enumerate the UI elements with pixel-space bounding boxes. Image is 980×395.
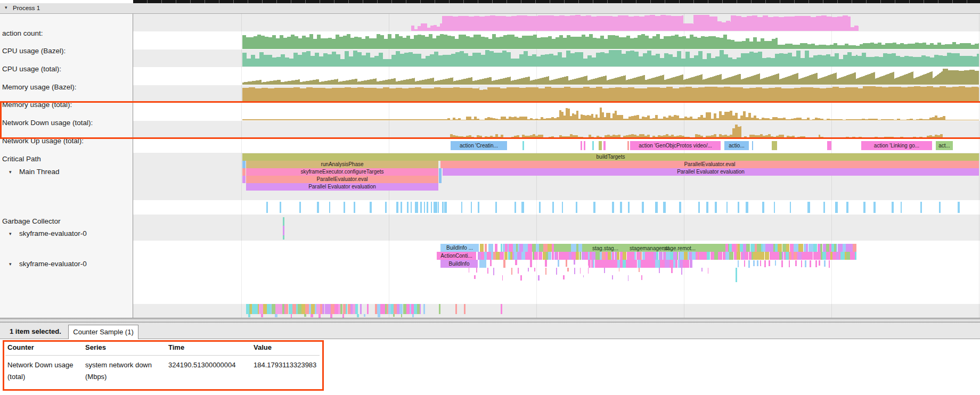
sky-hang1[interactable] (574, 268, 575, 274)
gc-tick-dense[interactable] (434, 202, 435, 213)
cpu-heavy-cluster-a[interactable] (298, 304, 302, 314)
gc-tick-dense[interactable] (420, 202, 422, 213)
gc-tick[interactable] (317, 202, 319, 213)
trace-slice[interactable] (571, 244, 576, 252)
gc-tick[interactable] (416, 202, 418, 213)
gc-tick[interactable] (807, 202, 810, 213)
sky-hang1[interactable] (708, 268, 708, 274)
sky-r2-dense[interactable] (552, 252, 554, 260)
sky-hang1[interactable] (671, 268, 673, 273)
sky-r1-dense-b[interactable] (765, 244, 770, 252)
trace-slice[interactable] (752, 141, 753, 150)
gc-tick[interactable] (901, 202, 902, 213)
counter-chart-action-count[interactable] (411, 15, 859, 31)
gc-tick[interactable] (774, 202, 775, 213)
sky-hang1[interactable] (528, 268, 529, 271)
sky-r1-dense-b[interactable] (838, 244, 843, 252)
gc-tick[interactable] (715, 202, 717, 213)
sky-r2-dense[interactable] (559, 252, 562, 260)
trace-slice[interactable]: buildTargets (242, 153, 979, 161)
sky-r1-dense-a[interactable] (523, 244, 528, 252)
trace-slice[interactable]: act... (936, 141, 953, 150)
gc-tick[interactable] (892, 202, 894, 213)
sky-r3-dense[interactable] (635, 260, 637, 268)
sky-r3-dense[interactable] (589, 260, 591, 268)
sky-r1-dense-b[interactable] (836, 244, 837, 252)
sky-hang1[interactable] (604, 268, 605, 273)
gc-tick[interactable] (576, 202, 577, 213)
cpu-heavy-cluster-a[interactable] (311, 304, 315, 314)
sky-r2-dense[interactable] (548, 252, 551, 260)
cpu-heavy-cluster-b[interactable] (399, 304, 403, 314)
cpu-heavy-subrow[interactable] (357, 314, 359, 317)
trace-slice[interactable] (736, 268, 737, 282)
sky-r1-dense-b[interactable] (790, 244, 794, 252)
gc-tick[interactable] (495, 202, 497, 213)
trace-slice[interactable] (584, 141, 585, 150)
sky-r2-dense[interactable] (710, 252, 714, 260)
cpu-heavy-cluster-a[interactable] (322, 304, 324, 314)
trace-slice[interactable]: actio... (724, 141, 749, 150)
sky-r2-dense[interactable] (623, 252, 626, 260)
cpu-heavy-cluster-a[interactable] (263, 304, 267, 314)
cpu-heavy-cluster-a[interactable] (289, 304, 292, 314)
sky-r2-dense[interactable] (673, 252, 677, 260)
sky-r3-tail[interactable] (801, 260, 802, 267)
cpu-heavy-subrow[interactable] (275, 314, 277, 317)
gc-tick-dense[interactable] (411, 202, 412, 213)
gc-tick[interactable] (435, 202, 437, 213)
sky-r2-dense[interactable] (737, 252, 741, 260)
sky-hang1[interactable] (534, 268, 535, 271)
gc-tick[interactable] (698, 202, 700, 213)
trace-slice[interactable]: runAnalysisPhase (246, 161, 438, 168)
sky-hang1[interactable] (493, 268, 494, 275)
gc-tick[interactable] (939, 202, 940, 213)
gc-tick[interactable] (552, 202, 554, 213)
sky-hang2[interactable] (563, 275, 564, 279)
sky-r2-dense[interactable] (803, 252, 806, 260)
trace-slice[interactable] (772, 141, 777, 150)
sky-r1-dense-a[interactable] (543, 244, 548, 252)
cpu-heavy-cluster-a[interactable] (334, 304, 338, 314)
sky-r2-dense[interactable] (832, 252, 836, 260)
cpu-heavy-subrow[interactable] (304, 314, 306, 317)
trace-slice[interactable] (439, 176, 442, 183)
trace-slice[interactable] (439, 168, 442, 176)
gc-tick[interactable] (562, 202, 563, 213)
sky-r1-dense-b[interactable] (757, 244, 762, 252)
trace-slice[interactable] (592, 141, 594, 150)
trace-slice[interactable] (380, 304, 382, 314)
trace-slice[interactable] (439, 304, 440, 314)
gc-tick[interactable] (863, 202, 865, 213)
tab-counter-sample[interactable]: Counter Sample (1) (68, 325, 138, 339)
gc-tick[interactable] (471, 202, 472, 213)
sky-r2-dense[interactable] (645, 252, 649, 260)
gc-tick[interactable] (280, 202, 281, 213)
sky-r3-dense[interactable] (655, 260, 659, 268)
gc-tick[interactable] (329, 202, 331, 213)
sky-r3-sparse[interactable] (490, 260, 492, 266)
cpu-heavy-cluster-a[interactable] (301, 304, 305, 314)
trace-slice[interactable] (455, 304, 457, 314)
gc-tick[interactable] (344, 202, 345, 213)
sky-r1-dense-b[interactable] (732, 244, 736, 252)
sky-r3-tail[interactable] (760, 260, 761, 266)
trace-slice[interactable] (360, 304, 362, 314)
sky-r3-tail[interactable] (757, 260, 758, 266)
sky-r2-dense[interactable] (745, 252, 748, 260)
sky-hang2[interactable] (641, 275, 643, 280)
cpu-heavy-cluster-a[interactable] (316, 304, 320, 314)
sky-r3-tail[interactable] (764, 260, 766, 267)
sky-r1-dense-b[interactable] (798, 244, 803, 252)
sky-hang1[interactable] (580, 268, 581, 274)
sky-r2-dense[interactable] (501, 252, 504, 260)
gc-tick[interactable] (726, 202, 728, 213)
sky-hang1[interactable] (681, 268, 682, 275)
sky-r1-dense-a[interactable] (552, 244, 554, 252)
gc-tick[interactable] (266, 202, 268, 213)
sky-r2-dense[interactable] (592, 252, 596, 260)
sky-r2-dense[interactable] (782, 252, 783, 260)
sky-r1-dense-b[interactable] (846, 244, 850, 252)
trace-slice[interactable] (283, 235, 284, 240)
gc-tick-dense[interactable] (407, 202, 409, 213)
